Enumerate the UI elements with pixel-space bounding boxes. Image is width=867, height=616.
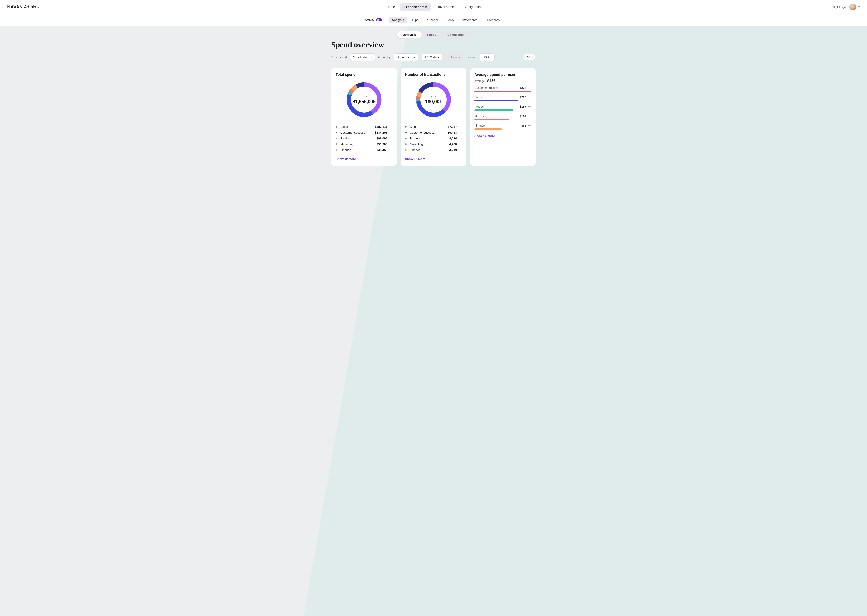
legend-dot: [336, 138, 337, 139]
chevron-down-icon: ▾: [490, 56, 492, 58]
primary-nav: Home Expense admin Travel admin Configur…: [383, 3, 486, 11]
legend-item: Sales$682,111···: [336, 124, 393, 130]
legend-dot: [405, 143, 407, 145]
kebab-icon[interactable]: ···: [459, 131, 462, 134]
donut-center-label: Total: [361, 95, 367, 98]
legend-item: Product9,024···: [405, 135, 462, 141]
legend-dot: [405, 126, 407, 127]
chevron-down-icon: ▾: [532, 56, 533, 58]
select-value: Department: [397, 55, 412, 59]
legend-name: Product: [340, 137, 375, 140]
legend-name: Finance: [410, 148, 447, 152]
kebab-icon[interactable]: ···: [528, 124, 531, 127]
legend-value: $51,908: [377, 142, 387, 146]
filter-button[interactable]: ▾: [523, 53, 536, 60]
chevron-down-icon: ▾: [414, 56, 415, 58]
subnav-statements[interactable]: Statements ▾: [459, 17, 483, 23]
time-period-select[interactable]: Year to date ▾: [350, 53, 375, 61]
select-value: USD: [483, 55, 489, 59]
legend-value: 30,453: [448, 131, 457, 134]
subnav-item-label: Trips: [411, 18, 418, 22]
legend-value: 67,987: [448, 125, 457, 128]
subnav-item-label: Activity: [365, 18, 375, 22]
time-period-label: Time period: [331, 55, 347, 59]
toggle-trends[interactable]: Trends: [442, 53, 463, 60]
kebab-icon[interactable]: ···: [459, 143, 462, 146]
donut-chart-spend: Total $1,656,009: [344, 80, 384, 120]
chevron-down-icon: ▾: [478, 19, 479, 21]
kebab-icon[interactable]: ···: [389, 143, 393, 146]
seg-compliance[interactable]: Compliance: [442, 31, 470, 38]
nav-travel-admin[interactable]: Travel admin: [432, 3, 458, 11]
legend-item: Marketing$51,908···: [336, 141, 393, 147]
legend-item: Marketing4,780···: [405, 141, 462, 147]
subnav-trips[interactable]: Trips: [408, 17, 421, 23]
bar-track: [474, 91, 531, 92]
count-badge: 99+: [376, 19, 382, 22]
stage: Overview Policy Compliance Spend overvie…: [0, 26, 867, 616]
seg-policy[interactable]: Policy: [422, 31, 442, 38]
legend-item: Customer success$134,206···: [336, 130, 393, 135]
subnav-item-label: Company: [487, 18, 500, 22]
card-title: Total spend: [336, 72, 393, 77]
bar-item: Sales$200···: [474, 96, 531, 101]
nav-configuration[interactable]: Configuration: [460, 3, 486, 11]
legend-item: Product$98,098···: [336, 135, 393, 141]
show-more-link[interactable]: Show 12 more: [474, 134, 531, 138]
legend-item: Finance4,219···: [405, 147, 462, 153]
legend-value: $43,456: [377, 148, 387, 152]
kebab-icon[interactable]: ···: [528, 115, 531, 118]
subnav-item-label: Purchase: [426, 18, 438, 22]
bar-fill: [474, 119, 509, 120]
bar-item: Finance$65···: [474, 124, 531, 130]
legend: Sales$682,111···Customer success$134,206…: [336, 124, 393, 153]
nav-home[interactable]: Home: [383, 3, 399, 11]
bar-name: Sales: [474, 96, 518, 99]
subnav-analysis[interactable]: Analysis: [389, 17, 407, 23]
brand-switcher[interactable]: NAVAN Admin ▾: [7, 5, 39, 9]
group-by-select[interactable]: Department ▾: [394, 53, 418, 61]
kebab-icon[interactable]: ···: [389, 137, 393, 140]
show-more-link[interactable]: Show 12 more: [336, 157, 393, 160]
legend: Sales67,987···Customer success30,453···P…: [405, 124, 462, 153]
card-title: Number of transactions: [405, 72, 462, 77]
toggle-totals[interactable]: Totals: [422, 53, 442, 60]
subnav-company[interactable]: Company ▾: [484, 17, 505, 23]
kebab-icon[interactable]: ···: [459, 137, 462, 140]
chevron-down-icon: ▾: [858, 5, 860, 9]
kebab-icon[interactable]: ···: [389, 125, 393, 128]
show-more-link[interactable]: Show 12 more: [405, 157, 462, 160]
bar-fill: [474, 91, 531, 92]
toggle-label: Trends: [451, 55, 460, 59]
seg-overview[interactable]: Overview: [397, 31, 422, 38]
subnav-activity[interactable]: Activity 99+ ▾: [362, 17, 387, 23]
legend-dot: [336, 132, 337, 134]
legend-name: Sales: [410, 125, 446, 128]
kebab-icon[interactable]: ···: [528, 86, 531, 89]
toggle-label: Totals: [430, 55, 439, 59]
kebab-icon[interactable]: ···: [528, 96, 531, 99]
legend-name: Customer success: [340, 131, 373, 134]
user-menu[interactable]: Kelly Morgan ▾: [830, 4, 860, 10]
legend-value: 9,024: [449, 137, 457, 140]
bar-item: Marketing$167···: [474, 115, 531, 120]
subnav-policy[interactable]: Policy: [443, 17, 457, 23]
legend-name: Customer success: [410, 131, 446, 134]
kebab-icon[interactable]: ···: [528, 105, 531, 108]
kebab-icon[interactable]: ···: [459, 125, 462, 128]
topbar: NAVAN Admin ▾ Home Expense admin Travel …: [0, 0, 867, 14]
chevron-down-icon: ▾: [38, 6, 39, 9]
nav-expense-admin[interactable]: Expense admin: [400, 3, 431, 11]
bar-value: $167: [520, 115, 526, 118]
brand-context: Admin: [24, 5, 36, 9]
kebab-icon[interactable]: ···: [459, 149, 462, 151]
bar-name: Product: [474, 105, 518, 108]
filter-icon: [527, 55, 530, 59]
subnav-purchase[interactable]: Purchase: [422, 17, 442, 23]
card-avg-spend: Average spend per user Average $136 Cust…: [470, 68, 536, 166]
kebab-icon[interactable]: ···: [389, 149, 393, 151]
card-transactions: Number of transactions Total 180,001 Sal…: [400, 68, 467, 166]
kebab-icon[interactable]: ···: [389, 131, 393, 134]
issuing-select[interactable]: USD ▾: [480, 53, 495, 61]
chevron-down-icon: ▾: [501, 19, 502, 21]
